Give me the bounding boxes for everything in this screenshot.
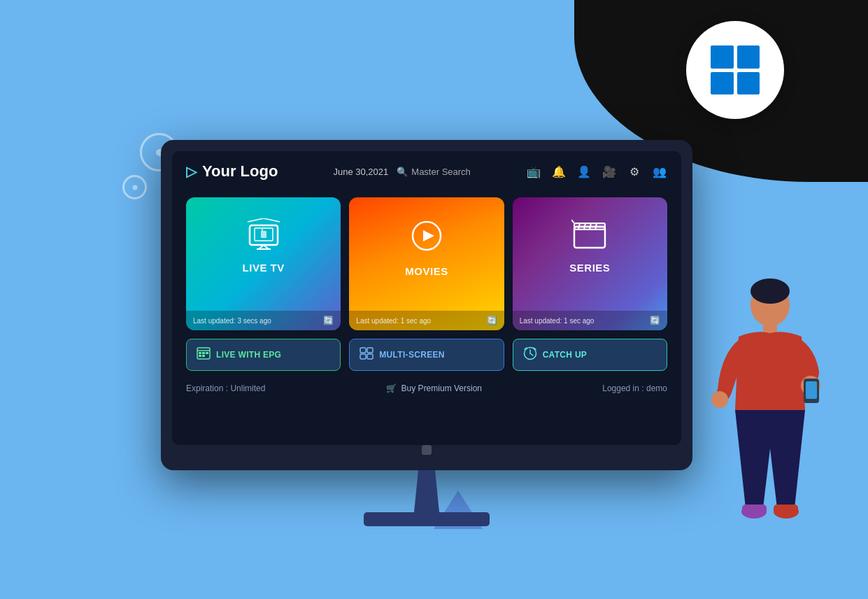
catch-up-icon	[523, 346, 537, 363]
multi-screen-label: MULTI-SCREEN	[379, 350, 444, 360]
expiration-text: Expiration : Unlimited	[186, 383, 265, 393]
settings-icon[interactable]: ⚙	[627, 164, 642, 179]
svg-point-33	[711, 391, 728, 408]
monitor: ▷ Your Logo June 30,2021 🔍 Master Search…	[161, 140, 692, 470]
svg-rect-40	[774, 505, 798, 513]
card-series[interactable]: SERIES Last updated: 1 sec ago 🔄	[513, 197, 667, 330]
app-header: ▷ Your Logo June 30,2021 🔍 Master Search…	[186, 162, 667, 186]
monitor-dot	[422, 445, 432, 455]
multi-screen-button[interactable]: MULTI-SCREEN	[349, 339, 504, 371]
search-icon: 🔍	[397, 167, 408, 177]
cards-grid: LIVE TV Last updated: 3 secs ago 🔄 MO	[186, 197, 667, 330]
live-epg-label: LIVE WITH EPG	[216, 350, 281, 360]
cart-icon: 🛒	[386, 383, 397, 393]
svg-rect-5	[261, 231, 266, 238]
header-center: June 30,2021 🔍 Master Search	[334, 167, 471, 177]
svg-line-15	[571, 220, 574, 223]
live-epg-button[interactable]: LIVE WITH EPG	[186, 339, 341, 371]
movies-title: MOVIES	[405, 265, 448, 277]
live-tv-title: LIVE TV	[243, 262, 285, 274]
search-label[interactable]: Master Search	[411, 167, 471, 177]
series-refresh-icon[interactable]: 🔄	[650, 316, 660, 325]
svg-rect-38	[742, 505, 767, 513]
svg-rect-6	[262, 229, 263, 232]
person-illustration	[679, 270, 833, 550]
card-movies[interactable]: MOVIES Last updated: 1 sec ago 🔄	[349, 197, 504, 330]
svg-rect-20	[206, 352, 208, 354]
logged-in-label: Logged in :	[602, 383, 643, 393]
date-display: June 30,2021	[334, 167, 389, 177]
movies-footer: Last updated: 1 sec ago 🔄	[349, 311, 504, 330]
decorative-circle-2	[122, 175, 147, 199]
live-tv-icon	[246, 218, 281, 256]
multi-screen-icon	[360, 347, 373, 362]
svg-rect-26	[367, 354, 373, 359]
svg-line-29	[530, 353, 533, 355]
live-tv-refresh-icon[interactable]: 🔄	[323, 316, 334, 325]
logo: ▷ Your Logo	[186, 162, 278, 181]
header-icons: 📺 🔔 👤 🎥 ⚙ 👥	[526, 164, 667, 179]
movies-updated: Last updated: 1 sec ago	[356, 317, 431, 325]
buy-premium-label: Buy Premium Version	[401, 383, 482, 393]
windows-logo-container	[686, 21, 784, 119]
monitor-base	[364, 512, 490, 526]
svg-rect-19	[202, 352, 205, 354]
svg-rect-24	[367, 348, 373, 353]
feature-buttons: LIVE WITH EPG MULTI-SCREEN	[186, 339, 667, 371]
screen-footer: Expiration : Unlimited 🛒 Buy Premium Ver…	[186, 381, 667, 393]
series-title: SERIES	[569, 262, 610, 274]
search-area[interactable]: 🔍 Master Search	[397, 167, 471, 177]
video-icon[interactable]: 🎥	[602, 164, 617, 179]
svg-rect-21	[199, 355, 201, 357]
svg-rect-18	[199, 352, 201, 354]
logo-text: Your Logo	[202, 162, 278, 181]
monitor-screen: ▷ Your Logo June 30,2021 🔍 Master Search…	[172, 151, 681, 445]
logged-in-text: Logged in : demo	[602, 383, 667, 393]
user-icon[interactable]: 👤	[576, 164, 592, 179]
live-tv-footer: Last updated: 3 secs ago 🔄	[186, 311, 341, 330]
tv-icon[interactable]: 📺	[526, 164, 541, 179]
svg-rect-25	[360, 354, 366, 359]
movies-refresh-icon[interactable]: 🔄	[487, 316, 497, 325]
bell-icon[interactable]: 🔔	[551, 164, 567, 179]
live-tv-updated: Last updated: 3 secs ago	[193, 317, 271, 325]
monitor-stand	[406, 470, 448, 512]
svg-rect-23	[360, 348, 366, 353]
buy-premium-button[interactable]: 🛒 Buy Premium Version	[386, 383, 482, 393]
users-icon[interactable]: 👥	[652, 164, 667, 179]
series-icon	[571, 218, 608, 256]
logged-in-value: demo	[646, 383, 667, 393]
catch-up-button[interactable]: CATCH UP	[513, 339, 667, 371]
movies-icon	[409, 218, 444, 260]
monitor-wrapper: ▷ Your Logo June 30,2021 🔍 Master Search…	[161, 140, 692, 526]
epg-icon	[197, 347, 211, 362]
catch-up-label: CATCH UP	[543, 350, 588, 360]
card-live-tv[interactable]: LIVE TV Last updated: 3 secs ago 🔄	[186, 197, 341, 330]
expiration-value: Unlimited	[230, 383, 265, 393]
windows-logo	[711, 45, 760, 94]
series-footer: Last updated: 1 sec ago 🔄	[513, 311, 667, 330]
svg-rect-22	[202, 355, 205, 357]
svg-point-31	[750, 279, 790, 304]
expiration-label: Expiration :	[186, 383, 228, 393]
series-updated: Last updated: 1 sec ago	[520, 317, 595, 325]
svg-marker-8	[423, 230, 434, 241]
logo-play-icon: ▷	[186, 163, 197, 180]
svg-rect-36	[806, 381, 817, 399]
